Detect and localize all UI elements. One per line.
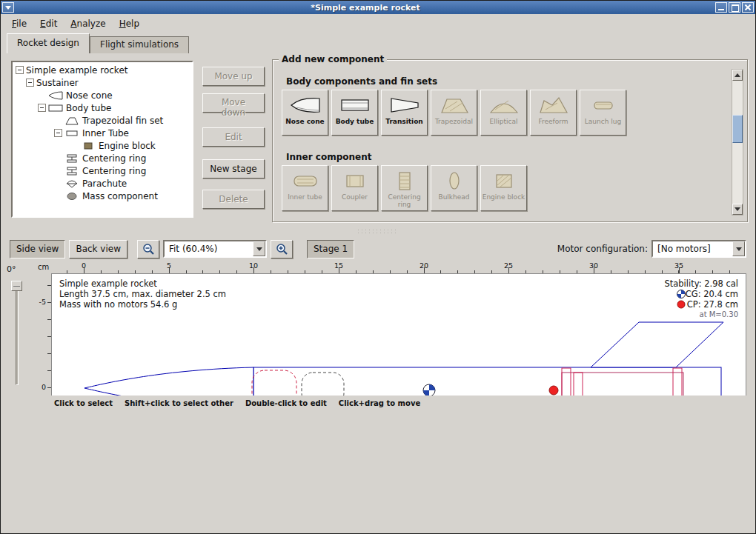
hint-click-select: Click to select bbox=[54, 399, 113, 407]
component-panel-scrollbar[interactable] bbox=[732, 69, 743, 216]
chevron-down-icon[interactable] bbox=[253, 241, 265, 256]
engine-block-icon bbox=[488, 170, 520, 192]
body-components-label: Body components and fin sets bbox=[286, 76, 437, 87]
menu-file[interactable]: File bbox=[5, 16, 33, 31]
menu-analyze[interactable]: Analyze bbox=[64, 16, 112, 31]
coupler-icon bbox=[339, 170, 371, 192]
cp-text: CP: 27.8 cm bbox=[687, 299, 738, 310]
move-down-button[interactable]: Move down bbox=[202, 93, 265, 113]
upper-fin bbox=[591, 322, 723, 367]
body-tube-icon bbox=[339, 94, 371, 116]
centering-ring-icon bbox=[388, 170, 421, 192]
tree-item-mass-component[interactable]: Mass component bbox=[14, 190, 192, 202]
vertical-ruler: -5 0 5 bbox=[33, 273, 51, 396]
tree-item-nose-cone[interactable]: Nose cone bbox=[14, 89, 192, 101]
transition-icon bbox=[388, 94, 421, 116]
horizontal-ruler: 0 5 10 15 20 25 30 35 bbox=[51, 261, 746, 273]
tree-item-body-tube[interactable]: Body tube bbox=[14, 101, 192, 114]
inner-component-buttons: Inner tube Coupler Centering ring Bulkhe… bbox=[282, 165, 527, 211]
component-tree[interactable]: Simple example rocket Sustainer Nose con… bbox=[11, 61, 193, 218]
cg-marker bbox=[423, 384, 435, 396]
new-stage-button[interactable]: New stage bbox=[202, 159, 265, 178]
add-freeform-fin-button: Freeform bbox=[530, 90, 577, 136]
add-centering-ring-button: Centering ring bbox=[381, 165, 428, 211]
edit-button[interactable]: Edit bbox=[202, 127, 265, 147]
move-up-button[interactable]: Move up bbox=[202, 67, 265, 86]
cg-legend-icon bbox=[677, 290, 686, 298]
cg-text: CG: 20.4 cm bbox=[686, 289, 738, 299]
delete-button[interactable]: Delete bbox=[202, 190, 265, 209]
hint-double-click: Double-click to edit bbox=[245, 399, 327, 407]
tab-flight-simulations[interactable]: Flight simulations bbox=[90, 36, 189, 53]
parachute-icon bbox=[64, 179, 79, 188]
add-engine-block-button: Engine block bbox=[480, 165, 527, 211]
side-view-button[interactable]: Side view bbox=[10, 240, 65, 258]
collapse-icon[interactable] bbox=[26, 79, 34, 87]
rotation-slider[interactable] bbox=[16, 284, 19, 385]
title-bar: *Simple example rocket bbox=[1, 1, 755, 14]
zoom-select[interactable]: Fit (60.4%) bbox=[163, 240, 267, 258]
centering-ring-icon bbox=[64, 167, 79, 176]
tree-item-parachute[interactable]: Parachute bbox=[14, 177, 192, 190]
nose-cone-outline bbox=[84, 367, 253, 396]
rocket-dimensions-text: Length 37.5 cm, max. diameter 2.5 cm bbox=[59, 289, 226, 299]
magnifier-minus-icon bbox=[142, 242, 155, 256]
chevron-down-icon[interactable] bbox=[732, 241, 745, 256]
minimize-button[interactable] bbox=[715, 2, 727, 13]
tree-item-sustainer[interactable]: Sustainer bbox=[14, 76, 192, 89]
maximize-button[interactable] bbox=[729, 2, 740, 13]
collapse-icon[interactable] bbox=[16, 66, 24, 74]
add-body-tube-button[interactable]: Body tube bbox=[331, 90, 378, 136]
tree-item-centering-ring-2[interactable]: Centering ring bbox=[14, 164, 192, 177]
motor-configuration-label: Motor configuration: bbox=[557, 244, 648, 254]
tree-actions: Move up Move down Edit New stage Delete bbox=[202, 67, 265, 209]
add-coupler-button: Coupler bbox=[331, 165, 378, 211]
cp-marker bbox=[549, 386, 558, 395]
tree-item-fin-set[interactable]: Trapezoidal fin set bbox=[14, 114, 192, 127]
menu-help[interactable]: Help bbox=[113, 16, 146, 31]
scroll-down-icon[interactable] bbox=[732, 204, 743, 215]
engine-block-icon bbox=[81, 141, 96, 150]
rotation-slider-thumb[interactable] bbox=[11, 281, 22, 291]
hint-click-drag: Click+drag to move bbox=[339, 399, 420, 407]
add-new-component-group: Add new component Body components and fi… bbox=[272, 59, 748, 222]
motor-configuration-select[interactable]: [No motors] bbox=[651, 240, 746, 258]
add-transition-button[interactable]: Transition bbox=[381, 90, 428, 136]
mach-text: at M=0.30 bbox=[700, 310, 739, 318]
menu-edit[interactable]: Edit bbox=[33, 16, 64, 31]
add-nose-cone-button[interactable]: Nose cone bbox=[282, 90, 328, 136]
rocket-drawing: Simple example rocket Length 37.5 cm, ma… bbox=[52, 274, 746, 396]
zoom-out-button[interactable] bbox=[137, 240, 159, 258]
tree-item-centering-ring-1[interactable]: Centering ring bbox=[14, 152, 192, 164]
centering-ring-icon bbox=[64, 154, 79, 163]
cp-legend-icon bbox=[677, 301, 685, 308]
tab-rocket-design[interactable]: Rocket design bbox=[7, 33, 90, 53]
fin-set-icon bbox=[64, 116, 79, 125]
tree-item-inner-tube[interactable]: Inner Tube bbox=[14, 127, 192, 139]
rocket-canvas[interactable]: Simple example rocket Length 37.5 cm, ma… bbox=[51, 273, 746, 396]
main-tabs: Rocket design Flight simulations bbox=[1, 33, 755, 53]
collapse-icon[interactable] bbox=[54, 129, 62, 137]
scroll-up-icon[interactable] bbox=[732, 70, 743, 81]
close-button[interactable] bbox=[742, 2, 754, 13]
scrollbar-thumb[interactable] bbox=[732, 115, 743, 143]
rotation-angle-label: 0° bbox=[7, 264, 16, 274]
add-bulkhead-button: Bulkhead bbox=[431, 165, 477, 211]
trapezoidal-fin-icon bbox=[438, 94, 471, 116]
collapse-icon[interactable] bbox=[38, 104, 46, 112]
window-menu-icon[interactable] bbox=[2, 2, 14, 13]
tree-item-rocket[interactable]: Simple example rocket bbox=[14, 64, 192, 76]
bulkhead-icon bbox=[438, 170, 471, 192]
back-view-button[interactable]: Back view bbox=[69, 240, 127, 258]
zoom-in-button[interactable] bbox=[271, 240, 293, 258]
group-title: Add new component bbox=[279, 54, 387, 64]
freeform-fin-icon bbox=[537, 94, 570, 116]
status-bar: Click to select Shift+click to select ot… bbox=[1, 396, 755, 533]
tree-item-engine-block[interactable]: Engine block bbox=[14, 139, 192, 152]
inner-tube-icon bbox=[64, 129, 79, 138]
stability-text: Stability: 2.98 cal bbox=[664, 278, 738, 289]
add-trapezoidal-fin-button: Trapezoidal bbox=[431, 90, 477, 136]
stage-1-toggle[interactable]: Stage 1 bbox=[307, 240, 354, 258]
view-toolbar: Side view Back view Fit (60.4%) Stage 1 … bbox=[1, 236, 755, 261]
panel-splitter[interactable] bbox=[1, 227, 755, 236]
